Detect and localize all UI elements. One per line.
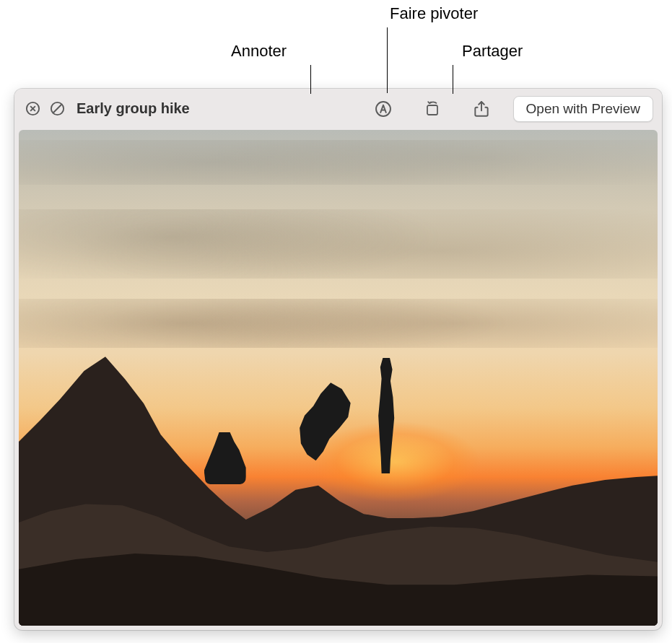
sky-clouds	[19, 140, 658, 185]
rotate-icon	[423, 100, 442, 118]
callout-rotate: Faire pivoter	[390, 4, 478, 23]
markup-button[interactable]	[362, 96, 405, 122]
share-button[interactable]	[460, 96, 503, 122]
callout-share: Partager	[462, 42, 523, 61]
svg-rect-7	[427, 105, 437, 115]
markup-icon	[374, 100, 393, 118]
share-icon	[472, 100, 491, 118]
svg-point-5	[376, 102, 390, 116]
close-icon	[25, 100, 41, 117]
window-title: Early group hike	[77, 100, 190, 117]
open-with-preview-button[interactable]: Open with Preview	[513, 96, 653, 122]
quicklook-window: Early group hike Open with Preview	[14, 89, 662, 630]
svg-line-4	[53, 105, 61, 113]
titlebar: Early group hike Open with Preview	[14, 89, 662, 128]
callout-line	[453, 65, 453, 94]
skip-button[interactable]	[48, 100, 66, 118]
rock-silhouette	[19, 328, 658, 626]
callout-layer: Annoter Faire pivoter Partager	[0, 0, 672, 94]
close-button[interactable]	[23, 100, 42, 118]
callout-line	[387, 27, 388, 93]
rotate-button[interactable]	[411, 96, 454, 122]
callout-annotate: Annoter	[231, 42, 287, 61]
image-content	[19, 130, 658, 626]
callout-line	[310, 65, 311, 94]
skip-icon	[49, 100, 66, 117]
sky-clouds	[19, 209, 658, 279]
